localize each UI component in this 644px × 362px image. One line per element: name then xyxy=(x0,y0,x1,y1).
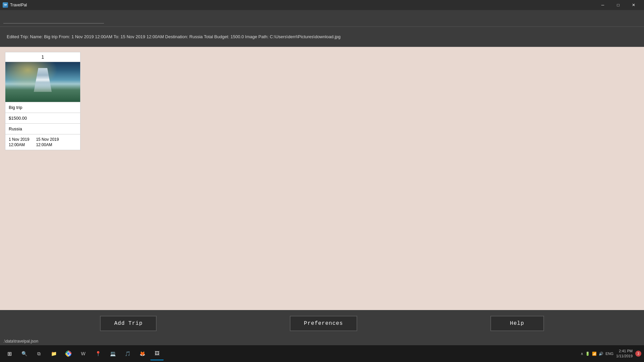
tray-network-icon: 📶 xyxy=(592,352,597,356)
bottom-bar: Add Trip Preferences Help xyxy=(0,310,644,337)
trip-card-image xyxy=(5,62,80,102)
trip-date-to-line1: 15 Nov 2019 xyxy=(36,137,59,142)
trip-card-number: 1 xyxy=(5,52,80,62)
info-message: Edited Trip: Name: Big trip From: 1 Nov … xyxy=(7,34,340,39)
title-bar-controls: ─ □ ✕ xyxy=(595,0,641,10)
add-trip-button[interactable]: Add Trip xyxy=(100,316,157,331)
minimize-button[interactable]: ─ xyxy=(595,0,610,10)
taskbar-active-app-icon[interactable]: 🖼 xyxy=(150,347,164,360)
notification-badge[interactable]: 3 xyxy=(635,351,641,357)
taskbar-extra-icon[interactable]: 🎵 xyxy=(121,347,134,360)
trip-card-budget: $1500.00 xyxy=(5,113,80,124)
trip-date-to: 15 Nov 2019 12:00AM xyxy=(36,137,59,147)
trip-card-dates: 1 Nov 2019 12:00AM 15 Nov 2019 12:00AM xyxy=(5,134,80,150)
title-bar: 🗺 TravelPal ─ □ ✕ xyxy=(0,0,644,10)
maximize-button[interactable]: □ xyxy=(610,0,626,10)
search-input[interactable] xyxy=(3,13,104,23)
preferences-button[interactable]: Preferences xyxy=(290,316,357,331)
svg-point-2 xyxy=(67,352,70,355)
trip-date-to-line2: 12:00AM xyxy=(36,142,59,147)
tray-volume-icon: 🔊 xyxy=(599,352,603,356)
trip-date-from-line2: 12:00AM xyxy=(9,142,29,147)
clock-date: 1/11/2019 xyxy=(616,354,633,359)
tray-battery-icon: 🔋 xyxy=(585,352,590,356)
taskbar-left: ⊞ 🔍 ⧉ 📁 W 📍 💻 🎵 🦊 🖼 xyxy=(3,347,164,360)
trip-date-from-line1: 1 Nov 2019 xyxy=(9,137,29,142)
taskbar-word-icon[interactable]: W xyxy=(76,347,90,360)
taskbar: ⊞ 🔍 ⧉ 📁 W 📍 💻 🎵 🦊 🖼 ∧ 🔋 📶 🔊 ENG xyxy=(0,345,644,362)
system-tray: ∧ 🔋 📶 🔊 ENG xyxy=(581,352,613,356)
tray-lang: ENG xyxy=(605,352,613,356)
taskbar-right: ∧ 🔋 📶 🔊 ENG 2:41 PM 1/11/2019 3 xyxy=(581,349,641,359)
taskbar-chrome-icon[interactable] xyxy=(62,347,75,360)
taskbar-taskview-icon[interactable]: ⧉ xyxy=(32,347,46,360)
filepath-bar: .\data\travelpal.json xyxy=(0,337,644,345)
info-bar: Edited Trip: Name: Big trip From: 1 Nov … xyxy=(0,27,644,47)
trip-card-name: Big trip xyxy=(5,102,80,113)
help-button[interactable]: Help xyxy=(490,316,544,331)
taskbar-explorer-icon[interactable]: 📁 xyxy=(47,347,60,360)
close-button[interactable]: ✕ xyxy=(626,0,641,10)
taskbar-search-icon[interactable]: 🔍 xyxy=(17,347,31,360)
menu-bar xyxy=(0,10,644,27)
title-bar-left: 🗺 TravelPal xyxy=(3,2,27,8)
taskbar-ide-icon[interactable]: 💻 xyxy=(106,347,119,360)
trip-card-destination: Russia xyxy=(5,124,80,134)
main-content: 1 Big trip $1500.00 Russia 1 Nov 2019 12… xyxy=(0,47,644,310)
taskbar-firefox-icon[interactable]: 🦊 xyxy=(136,347,149,360)
app-icon: 🗺 xyxy=(3,2,8,8)
tray-expand[interactable]: ∧ xyxy=(581,352,583,356)
clock-time: 2:41 PM xyxy=(616,349,633,354)
taskbar-maps-icon[interactable]: 📍 xyxy=(91,347,105,360)
start-button[interactable]: ⊞ xyxy=(3,347,16,360)
trip-card[interactable]: 1 Big trip $1500.00 Russia 1 Nov 2019 12… xyxy=(5,52,80,150)
trip-date-from: 1 Nov 2019 12:00AM xyxy=(9,137,29,147)
clock[interactable]: 2:41 PM 1/11/2019 xyxy=(616,349,633,359)
filepath-text: .\data\travelpal.json xyxy=(3,339,38,344)
trip-image-placeholder xyxy=(5,62,80,102)
app-title: TravelPal xyxy=(10,3,27,7)
